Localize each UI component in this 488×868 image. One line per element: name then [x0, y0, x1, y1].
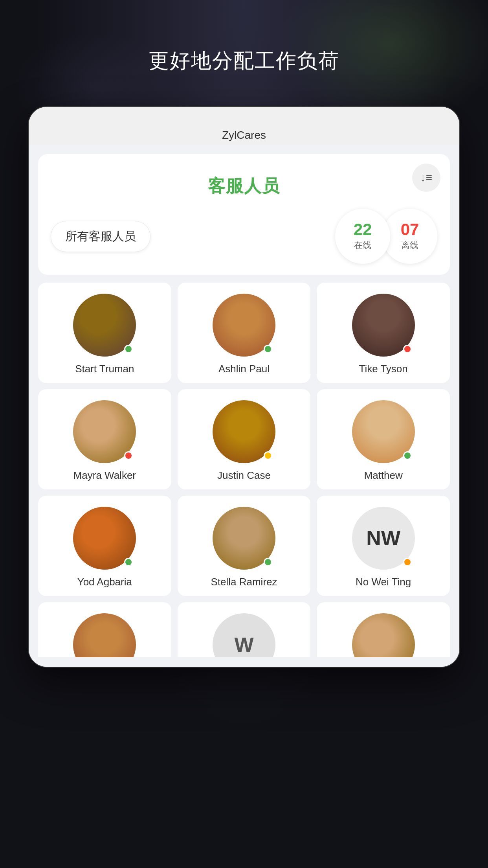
partial-agents-row: W: [38, 602, 450, 657]
avatar-container: [213, 400, 275, 463]
agent-name: Justin Case: [217, 469, 271, 482]
page-title: 更好地分配工作负荷: [149, 47, 339, 75]
agent-name: Start Truman: [75, 363, 134, 375]
status-dot-online: [264, 345, 272, 353]
online-label: 在线: [354, 239, 371, 251]
avatar-container: [73, 294, 136, 357]
avatar-container: [352, 294, 415, 357]
agents-grid: Start Truman Ashlin Paul Tike Tyson: [38, 283, 450, 596]
avatar-partial-initials: W: [213, 613, 275, 657]
offline-label: 离线: [401, 239, 418, 251]
status-dot-away: [264, 451, 272, 460]
agent-name: Ashlin Paul: [218, 363, 270, 375]
agent-card-partial[interactable]: W: [178, 602, 311, 657]
agent-card-partial[interactable]: [38, 602, 171, 657]
avatar-container: [73, 507, 136, 570]
section-title: 客服人员: [51, 175, 437, 198]
agent-card[interactable]: Stella Ramirez: [178, 496, 311, 596]
avatar-container: [213, 507, 275, 570]
sort-button[interactable]: ↓≡: [412, 164, 440, 192]
avatar-container: [73, 400, 136, 463]
agent-card[interactable]: Ashlin Paul: [178, 283, 311, 383]
status-dot-online: [124, 345, 133, 353]
filter-stats-row: 所有客服人员 22 在线 07 离线: [51, 209, 437, 264]
agent-card[interactable]: Justin Case: [178, 389, 311, 489]
agent-card[interactable]: Yod Agbaria: [38, 496, 171, 596]
filter-pill[interactable]: 所有客服人员: [51, 221, 150, 252]
agent-card-partial[interactable]: [317, 602, 450, 657]
avatar-container: [352, 400, 415, 463]
status-dot-orange: [403, 558, 412, 566]
agent-name: Mayra Walker: [73, 469, 136, 482]
online-stat-circle: 22 在线: [335, 209, 390, 264]
status-dot-offline: [403, 345, 412, 353]
avatar-partial: [73, 613, 136, 657]
agent-card[interactable]: NW No Wei Ting: [317, 496, 450, 596]
agent-name: Yod Agbaria: [77, 576, 132, 588]
agent-card[interactable]: Tike Tyson: [317, 283, 450, 383]
offline-stat-circle: 07 离线: [382, 209, 437, 264]
sort-icon: ↓≡: [420, 171, 432, 184]
avatar-container: NW: [352, 507, 415, 570]
status-dot-online: [124, 558, 133, 566]
status-dot-offline: [124, 451, 133, 460]
offline-count: 07: [401, 221, 419, 238]
status-dot-online: [264, 558, 272, 566]
online-count: 22: [354, 221, 372, 238]
agent-card[interactable]: Matthew: [317, 389, 450, 489]
agent-card[interactable]: Mayra Walker: [38, 389, 171, 489]
status-dot-online: [403, 451, 412, 460]
avatar-container: [213, 294, 275, 357]
main-content: ↓≡ 客服人员 所有客服人员 22 在线 07 离线: [29, 145, 459, 667]
agent-card[interactable]: Start Truman: [38, 283, 171, 383]
agent-name: Stella Ramirez: [211, 576, 277, 588]
agent-name: Tike Tyson: [359, 363, 408, 375]
card-header: ↓≡ 客服人员 所有客服人员 22 在线 07 离线: [38, 154, 450, 275]
stats-circles: 22 在线 07 离线: [335, 209, 437, 264]
device-frame: ZylCares ↓≡ 客服人员 所有客服人员 22 在线 07: [28, 106, 460, 668]
status-bar: [29, 107, 459, 123]
agent-name: Matthew: [364, 469, 403, 482]
app-name: ZylCares: [29, 123, 459, 145]
avatar-partial: [352, 613, 415, 657]
agent-name: No Wei Ting: [356, 576, 411, 588]
